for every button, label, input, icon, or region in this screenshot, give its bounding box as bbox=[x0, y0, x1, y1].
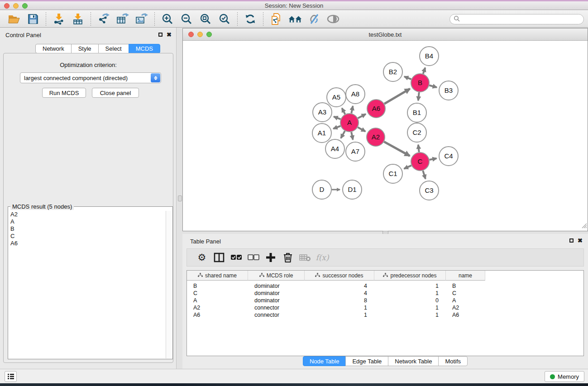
graph-edge-A-A4[interactable] bbox=[341, 131, 345, 138]
cell-predecessor-nodes[interactable]: 1 bbox=[374, 312, 446, 318]
copy-network-icon[interactable] bbox=[269, 12, 283, 26]
import-network-icon[interactable] bbox=[52, 12, 66, 26]
graph-edge-A-A3[interactable] bbox=[334, 117, 340, 119]
column-header-successor-nodes[interactable]: successor nodes bbox=[305, 271, 374, 281]
add-column-icon[interactable] bbox=[263, 251, 278, 264]
cell-shared-name[interactable]: B bbox=[187, 283, 248, 289]
cell-shared-name[interactable]: A2 bbox=[187, 305, 248, 311]
graph-node-A[interactable]: A bbox=[340, 114, 359, 132]
graph-node-D1[interactable]: D1 bbox=[343, 180, 362, 199]
column-header-name[interactable]: name bbox=[446, 271, 485, 281]
zoom-in-icon[interactable] bbox=[161, 12, 174, 26]
function-builder-icon[interactable]: f(x) bbox=[315, 251, 330, 264]
cell-MCDS-role[interactable]: dominator bbox=[248, 297, 305, 304]
cell-shared-name[interactable]: C bbox=[187, 290, 248, 296]
graph-edge-C-C2[interactable] bbox=[418, 145, 419, 152]
network-canvas[interactable]: B4B2BB3A5A8A6B1A3AA1C2A2A4A7CC4C1C3DD1 bbox=[183, 41, 588, 231]
graph-edge-A-A1[interactable] bbox=[333, 126, 340, 129]
sort-hierarchy-icon[interactable] bbox=[383, 272, 388, 279]
cell-successor-nodes[interactable]: 8 bbox=[305, 297, 374, 304]
graph-node-C1[interactable]: C1 bbox=[383, 164, 402, 183]
table-settings-icon[interactable]: ⚙ bbox=[194, 251, 210, 264]
close-panel-button[interactable]: Close panel bbox=[92, 88, 139, 98]
cell-shared-name[interactable]: A6 bbox=[187, 312, 248, 318]
graph-edge-A2-C[interactable] bbox=[384, 142, 410, 156]
zoom-selected-icon[interactable] bbox=[218, 12, 231, 26]
graph-node-A4[interactable]: A4 bbox=[325, 139, 344, 158]
cell-successor-nodes[interactable]: 4 bbox=[305, 283, 374, 289]
sort-hierarchy-icon[interactable] bbox=[315, 272, 320, 279]
criterion-dropdown[interactable]: largest connected component (directed) bbox=[20, 72, 161, 83]
sort-hierarchy-icon[interactable] bbox=[198, 272, 203, 279]
table-row[interactable]: Bdominator41B bbox=[187, 282, 583, 290]
houses-icon[interactable] bbox=[288, 12, 302, 26]
graph-node-A3[interactable]: A3 bbox=[313, 103, 332, 122]
graph-node-A6[interactable]: A6 bbox=[367, 100, 385, 118]
cell-MCDS-role[interactable]: connector bbox=[248, 312, 305, 318]
graph-node-D[interactable]: D bbox=[312, 180, 331, 199]
graph-edge-A-A8[interactable] bbox=[351, 106, 353, 113]
cell-predecessor-nodes[interactable]: 1 bbox=[374, 283, 446, 289]
cell-name[interactable]: A bbox=[446, 297, 485, 304]
graph-node-A8[interactable]: A8 bbox=[346, 85, 365, 104]
table-row[interactable]: A6connector11A6 bbox=[187, 311, 583, 319]
table-row[interactable]: Cdominator41C bbox=[187, 290, 583, 297]
cell-shared-name[interactable]: A bbox=[187, 297, 248, 304]
graph-node-C2[interactable]: C2 bbox=[407, 123, 426, 142]
cell-predecessor-nodes[interactable]: 0 bbox=[374, 297, 446, 304]
vertical-splitter-handle[interactable] bbox=[178, 195, 182, 201]
cell-MCDS-role[interactable]: dominator bbox=[248, 283, 305, 289]
search-field[interactable] bbox=[449, 14, 584, 24]
graph-node-B[interactable]: B bbox=[411, 74, 429, 92]
table-row[interactable]: Adominator80A bbox=[187, 297, 583, 304]
tab-select[interactable]: Select bbox=[98, 44, 129, 53]
tab-edge-table[interactable]: Edge Table bbox=[345, 356, 388, 366]
table-row[interactable]: A2connector11A2 bbox=[187, 304, 583, 311]
cell-name[interactable]: A6 bbox=[446, 312, 485, 318]
save-session-icon[interactable] bbox=[26, 12, 40, 26]
cell-successor-nodes[interactable]: 4 bbox=[305, 290, 374, 296]
split-panel-icon[interactable] bbox=[211, 251, 227, 264]
graph-node-A7[interactable]: A7 bbox=[346, 142, 365, 161]
graph-node-C[interactable]: C bbox=[411, 152, 429, 171]
tab-style[interactable]: Style bbox=[71, 44, 99, 53]
birds-eye-icon[interactable] bbox=[326, 12, 340, 26]
import-table-icon[interactable] bbox=[71, 12, 85, 26]
run-mcds-button[interactable]: Run MCDS bbox=[42, 88, 86, 98]
graph-node-B3[interactable]: B3 bbox=[439, 81, 458, 100]
graph-edge-C-C1[interactable] bbox=[404, 166, 411, 169]
zoom-fit-icon[interactable] bbox=[199, 12, 212, 26]
graph-node-C3[interactable]: C3 bbox=[420, 181, 439, 200]
cell-successor-nodes[interactable]: 1 bbox=[305, 305, 374, 311]
float-panel-icon[interactable] bbox=[569, 238, 574, 243]
cell-name[interactable]: A2 bbox=[446, 305, 485, 311]
cell-name[interactable]: B bbox=[446, 283, 485, 289]
graph-edge-B-B4[interactable] bbox=[423, 68, 425, 74]
delete-column-icon[interactable] bbox=[280, 251, 296, 264]
column-header-predecessor-nodes[interactable]: predecessor nodes bbox=[374, 271, 446, 281]
graph-node-C4[interactable]: C4 bbox=[439, 147, 458, 166]
tab-mcds[interactable]: MCDS bbox=[129, 44, 160, 53]
graph-edge-B-B1[interactable] bbox=[418, 92, 419, 100]
memory-button[interactable]: Memory bbox=[545, 371, 584, 382]
export-network-icon[interactable] bbox=[97, 12, 110, 26]
delete-table-icon[interactable] bbox=[297, 251, 313, 264]
export-image-icon[interactable] bbox=[135, 12, 148, 26]
cell-successor-nodes[interactable]: 1 bbox=[305, 312, 374, 318]
graph-edge-C-C4[interactable] bbox=[430, 158, 437, 160]
deselect-all-icon[interactable] bbox=[246, 251, 261, 264]
float-panel-icon[interactable] bbox=[158, 33, 163, 37]
sort-hierarchy-icon[interactable] bbox=[259, 272, 264, 279]
cell-MCDS-role[interactable]: connector bbox=[248, 305, 305, 311]
graph-node-B2[interactable]: B2 bbox=[383, 62, 402, 81]
cell-predecessor-nodes[interactable]: 1 bbox=[374, 290, 446, 296]
cell-MCDS-role[interactable]: dominator bbox=[248, 290, 305, 296]
graphics-details-icon[interactable] bbox=[307, 12, 321, 26]
window-resize-grip[interactable] bbox=[581, 222, 587, 230]
tab-node-table[interactable]: Node Table bbox=[303, 356, 346, 366]
graph-node-A5[interactable]: A5 bbox=[327, 88, 346, 107]
graph-node-A2[interactable]: A2 bbox=[367, 128, 385, 146]
tab-motifs[interactable]: Motifs bbox=[438, 356, 468, 366]
graph-edge-B-B2[interactable] bbox=[404, 76, 411, 79]
graph-edge-C-C3[interactable] bbox=[423, 171, 425, 179]
